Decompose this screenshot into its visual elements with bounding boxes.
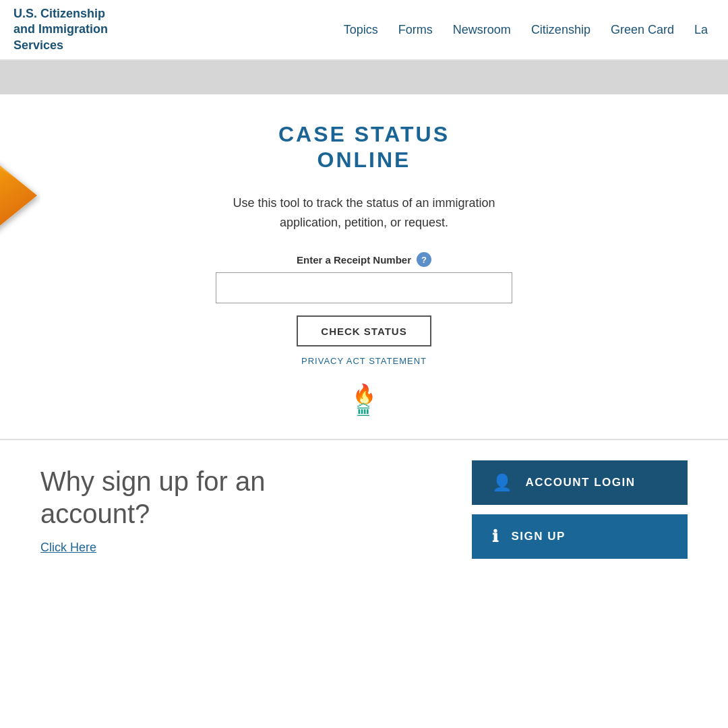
- receipt-label: Enter a Receipt Number: [297, 254, 411, 266]
- torch-base-icon: 🏛: [357, 404, 371, 419]
- receipt-number-input[interactable]: [216, 272, 512, 303]
- gray-banner: [0, 61, 728, 94]
- why-signup-title: Why sign up for an account?: [40, 465, 310, 530]
- account-login-button[interactable]: 👤 ACCOUNT LOGIN: [472, 460, 688, 505]
- site-logo: U.S. Citizenship and Immigration Service…: [13, 6, 121, 53]
- help-icon[interactable]: ?: [417, 252, 431, 267]
- main-nav: Topics Forms Newsroom Citizenship Green …: [344, 23, 715, 37]
- click-here-link[interactable]: Click Here: [40, 541, 96, 554]
- nav-green-card[interactable]: Green Card: [611, 23, 674, 37]
- account-login-label: ACCOUNT LOGIN: [526, 476, 636, 489]
- logo-line2: and Immigration: [13, 22, 121, 37]
- info-circle-icon: ℹ: [492, 527, 499, 546]
- case-status-form: Enter a Receipt Number ? CHECK STATUS PR…: [195, 252, 533, 425]
- page-title: CASE STATUS ONLINE: [278, 121, 450, 173]
- logo-line1: U.S. Citizenship: [13, 6, 121, 22]
- receipt-label-row: Enter a Receipt Number ?: [297, 252, 431, 267]
- nav-la[interactable]: La: [694, 23, 708, 37]
- auth-buttons-area: 👤 ACCOUNT LOGIN ℹ SIGN UP: [472, 460, 688, 559]
- nav-topics[interactable]: Topics: [344, 23, 378, 37]
- sign-up-label: SIGN UP: [512, 530, 566, 543]
- svg-marker-0: [0, 138, 37, 253]
- privacy-act-link[interactable]: PRIVACY ACT STATEMENT: [301, 356, 427, 366]
- bottom-section: Why sign up for an account? Click Here 👤…: [0, 439, 728, 579]
- nav-forms[interactable]: Forms: [398, 23, 433, 37]
- person-icon: 👤: [492, 473, 514, 492]
- why-signup-area: Why sign up for an account? Click Here: [40, 465, 310, 555]
- torch-decoration: 🔥 🏛: [353, 385, 376, 419]
- site-header: U.S. Citizenship and Immigration Service…: [0, 0, 728, 61]
- nav-newsroom[interactable]: Newsroom: [453, 23, 511, 37]
- arrow-decoration: [0, 128, 40, 263]
- torch-flame-icon: 🔥: [353, 385, 376, 404]
- sign-up-button[interactable]: ℹ SIGN UP: [472, 514, 688, 559]
- main-content: CASE STATUS ONLINE Use this tool to trac…: [0, 94, 728, 439]
- description-text: Use this tool to track the status of an …: [222, 193, 506, 233]
- nav-citizenship[interactable]: Citizenship: [531, 23, 590, 37]
- logo-line3: Services: [13, 38, 121, 53]
- check-status-button[interactable]: CHECK STATUS: [297, 315, 431, 346]
